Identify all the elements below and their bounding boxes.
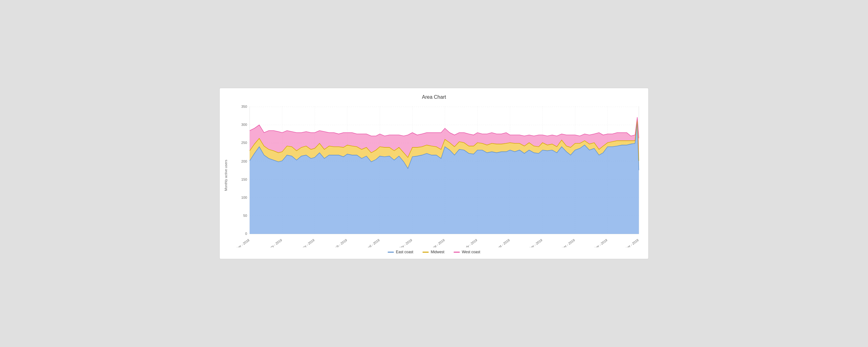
svg-text:August - 2019: August - 2019 xyxy=(492,238,510,247)
legend-line-east-coast xyxy=(388,252,394,253)
legend-line-west-coast xyxy=(454,252,460,253)
svg-text:250: 250 xyxy=(241,141,247,145)
chart-container: Area Chart Monthly active users xyxy=(219,88,649,259)
svg-text:December - 2018: December - 2018 xyxy=(230,238,250,247)
svg-text:December - 2019: December - 2019 xyxy=(617,238,639,247)
svg-text:November - 2019: November - 2019 xyxy=(586,238,608,247)
legend-west-coast: West coast xyxy=(454,250,480,254)
svg-text:January - 2019: January - 2019 xyxy=(263,238,283,247)
svg-text:May - 2019: May - 2019 xyxy=(398,238,413,247)
chart-title: Area Chart xyxy=(223,94,645,100)
svg-text:March - 2019: March - 2019 xyxy=(330,238,347,247)
legend-east-coast: East coast xyxy=(388,250,413,254)
svg-text:300: 300 xyxy=(241,123,247,126)
svg-text:July - 2019: July - 2019 xyxy=(463,238,478,247)
main-svg: 0 50 100 150 200 250 300 350 xyxy=(230,103,645,247)
legend-label-midwest: Midwest xyxy=(431,250,444,254)
chart-inner: 0 50 100 150 200 250 300 350 xyxy=(230,103,645,247)
svg-text:June - 2019: June - 2019 xyxy=(429,238,445,247)
svg-text:100: 100 xyxy=(241,196,247,199)
svg-text:October - 2019: October - 2019 xyxy=(556,238,576,247)
svg-text:February - 2019: February - 2019 xyxy=(294,238,315,247)
legend-line-midwest xyxy=(423,252,429,253)
legend: East coast Midwest West coast xyxy=(223,247,645,256)
svg-text:150: 150 xyxy=(241,177,247,181)
svg-text:0: 0 xyxy=(245,232,247,235)
svg-text:350: 350 xyxy=(241,105,247,108)
legend-label-west-coast: West coast xyxy=(462,250,480,254)
chart-area: Monthly active users xyxy=(223,103,645,247)
svg-text:200: 200 xyxy=(241,159,247,163)
svg-text:April - 2019: April - 2019 xyxy=(365,238,380,247)
legend-midwest: Midwest xyxy=(423,250,444,254)
y-axis-label: Monthly active users xyxy=(223,103,229,247)
legend-label-east-coast: East coast xyxy=(396,250,413,254)
svg-text:September - 2019: September - 2019 xyxy=(520,238,543,247)
svg-text:50: 50 xyxy=(243,214,247,218)
